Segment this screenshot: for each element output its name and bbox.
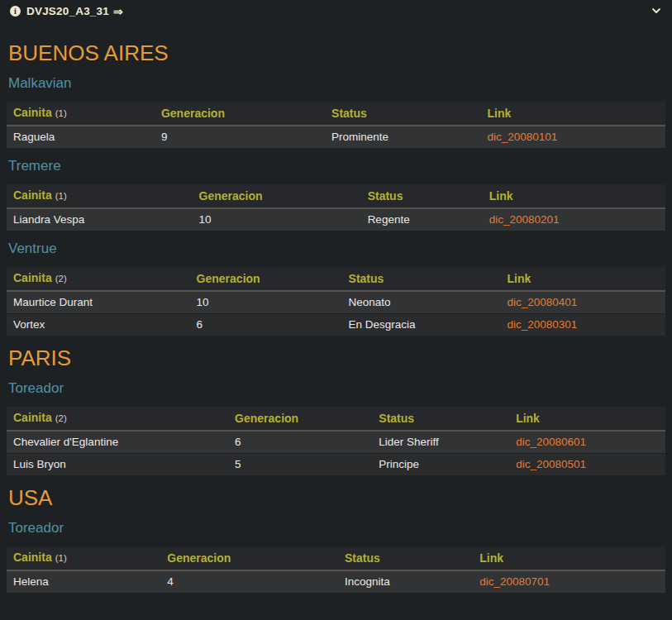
city-section: BUENOS AIRES Malkavian Cainita(1) Genera… <box>7 41 665 336</box>
doc-link[interactable]: dic_20080501 <box>516 458 586 470</box>
chevron-down-icon[interactable] <box>651 6 661 16</box>
status-cell: Lider Sheriff <box>372 431 509 454</box>
column-header-generacion: Generacion <box>193 184 361 208</box>
column-header-cainita: Cainita(1) <box>7 546 160 570</box>
cainita-header-label: Cainita <box>13 271 52 284</box>
city-section: PARIS Toreador Cainita(2) Generacion Sta… <box>7 346 665 475</box>
column-header-status: Status <box>325 102 480 126</box>
table-header-row: Cainita(1) Generacion Status Link <box>7 546 665 570</box>
table-row: Chevalier d'Eglantine 6 Lider Sheriff di… <box>7 431 665 454</box>
doc-link[interactable]: dic_20080201 <box>489 213 560 226</box>
status-cell: Neonato <box>342 291 501 314</box>
clan-heading: Toreador <box>8 380 664 397</box>
link-cell: dic_20080701 <box>473 570 665 593</box>
column-header-link: Link <box>509 407 665 431</box>
clan-table: Cainita(1) Generacion Status Link Helena… <box>7 546 665 593</box>
clan-table: Cainita(1) Generacion Status Link Raguel… <box>7 102 665 148</box>
table-row: Maurtice Durant 10 Neonato dic_20080401 <box>7 291 665 314</box>
status-cell: Principe <box>372 454 509 476</box>
cainita-count: (2) <box>55 413 67 423</box>
column-header-cainita: Cainita(2) <box>7 407 228 431</box>
clan-heading: Ventrue <box>8 241 664 257</box>
link-cell: dic_20080401 <box>501 291 665 314</box>
clan-block: Toreador Cainita(2) Generacion Status Li… <box>7 380 665 475</box>
status-cell: Regente <box>361 208 483 231</box>
link-cell: dic_20080601 <box>509 431 665 454</box>
doc-link[interactable]: dic_20080701 <box>479 575 550 588</box>
cainita-cell: Chevalier d'Eglantine <box>7 431 228 454</box>
column-header-link: Link <box>483 184 665 208</box>
generacion-cell: 6 <box>228 431 372 454</box>
city-heading: PARIS <box>8 346 664 370</box>
column-header-cainita: Cainita(1) <box>7 184 193 208</box>
generacion-cell: 9 <box>155 126 325 148</box>
link-cell: dic_20080101 <box>481 126 665 148</box>
block-title: DVJS20_A3_31 <box>26 5 109 17</box>
clan-heading: Malkavian <box>8 75 664 92</box>
generacion-cell: 5 <box>228 454 372 476</box>
city-clans: Toreador Cainita(1) Generacion Status Li… <box>7 520 665 593</box>
city-heading: BUENOS AIRES <box>8 41 664 65</box>
clan-table: Cainita(2) Generacion Status Link Cheval… <box>7 407 665 475</box>
table-row: Luis Bryon 5 Principe dic_20080501 <box>7 454 665 476</box>
table-row: Vortex 6 En Desgracia dic_20080301 <box>7 314 665 336</box>
table-row: Liandra Vespa 10 Regente dic_20080201 <box>7 208 665 231</box>
code-block-header: i DVJS20_A3_31 ⇒ <box>0 0 672 22</box>
cainita-cell: Luis Bryon <box>7 454 228 476</box>
cainita-header-label: Cainita <box>13 106 52 119</box>
table-row: Raguela 9 Prominente dic_20080101 <box>7 126 665 148</box>
generacion-cell: 6 <box>190 314 342 336</box>
generacion-cell: 10 <box>190 291 342 314</box>
table-header-row: Cainita(2) Generacion Status Link <box>7 407 665 431</box>
arrow-right-icon: ⇒ <box>113 5 123 18</box>
table-header-row: Cainita(2) Generacion Status Link <box>7 267 665 291</box>
table-row: Helena 4 Incognita dic_20080701 <box>7 570 665 593</box>
cainita-count: (2) <box>55 274 67 284</box>
column-header-status: Status <box>338 546 473 570</box>
cainita-cell: Helena <box>7 570 160 593</box>
clan-heading: Toreador <box>8 520 664 537</box>
column-header-cainita: Cainita(1) <box>7 102 155 126</box>
cainita-cell: Vortex <box>7 314 190 336</box>
column-header-link: Link <box>501 267 665 291</box>
column-header-generacion: Generacion <box>228 407 372 431</box>
city-heading: USA <box>8 485 664 510</box>
cainita-cell: Liandra Vespa <box>7 208 193 231</box>
column-header-generacion: Generacion <box>160 546 338 570</box>
link-cell: dic_20080301 <box>501 314 665 336</box>
clan-table: Cainita(2) Generacion Status Link Maurti… <box>7 267 665 336</box>
column-header-generacion: Generacion <box>190 267 342 291</box>
cainita-count: (1) <box>55 553 67 563</box>
status-cell: Prominente <box>325 126 480 148</box>
status-cell: En Desgracia <box>342 314 501 336</box>
generacion-cell: 4 <box>160 570 338 593</box>
column-header-link: Link <box>473 546 665 570</box>
column-header-cainita: Cainita(2) <box>7 267 190 291</box>
column-header-status: Status <box>342 267 501 291</box>
clan-block: Ventrue Cainita(2) Generacion Status Lin… <box>7 241 665 336</box>
link-cell: dic_20080201 <box>483 208 665 231</box>
doc-link[interactable]: dic_20080101 <box>488 131 558 143</box>
status-cell: Incognita <box>338 570 473 593</box>
doc-link[interactable]: dic_20080401 <box>508 296 578 308</box>
info-icon[interactable]: i <box>10 6 21 17</box>
column-header-status: Status <box>372 407 509 431</box>
clan-table: Cainita(1) Generacion Status Link Liandr… <box>7 184 665 231</box>
doc-link[interactable]: dic_20080601 <box>516 436 586 448</box>
city-section: USA Toreador Cainita(1) Generacion Statu… <box>7 485 665 593</box>
city-clans: Malkavian Cainita(1) Generacion Status L… <box>7 75 665 336</box>
generacion-cell: 10 <box>193 208 361 231</box>
cainita-count: (1) <box>55 108 67 118</box>
link-cell: dic_20080501 <box>509 454 665 476</box>
clan-block: Malkavian Cainita(1) Generacion Status L… <box>7 75 665 148</box>
cainita-cell: Raguela <box>7 126 155 148</box>
clan-block: Toreador Cainita(1) Generacion Status Li… <box>7 520 665 593</box>
city-clans: Toreador Cainita(2) Generacion Status Li… <box>7 380 665 475</box>
column-header-status: Status <box>361 184 483 208</box>
cainita-count: (1) <box>55 191 67 201</box>
cainita-header-label: Cainita <box>13 551 52 564</box>
table-header-row: Cainita(1) Generacion Status Link <box>7 102 665 126</box>
column-header-link: Link <box>481 102 665 126</box>
table-header-row: Cainita(1) Generacion Status Link <box>7 184 665 208</box>
doc-link[interactable]: dic_20080301 <box>508 318 578 331</box>
